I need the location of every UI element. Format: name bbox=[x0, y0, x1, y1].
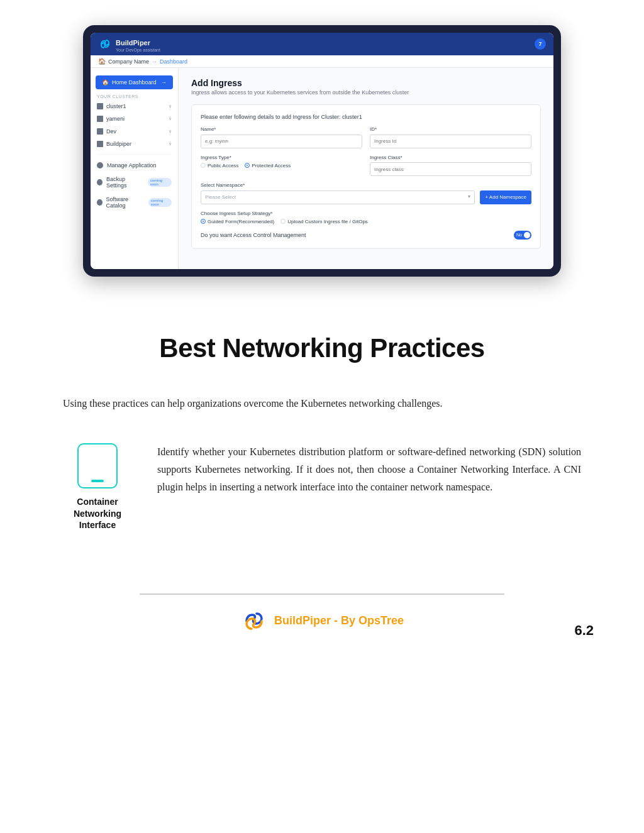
radio-protected-dot bbox=[245, 163, 250, 168]
app-logo: BuildPiper Your DevOps assistant bbox=[98, 36, 160, 52]
form-info-text: Please enter following details to add In… bbox=[201, 114, 531, 120]
manage-app-icon bbox=[97, 162, 103, 168]
page-subtitle: Ingress allows access to your Kubernetes… bbox=[191, 89, 541, 96]
page-number: 6.2 bbox=[574, 622, 594, 639]
radio-guided[interactable]: Guided Form(Recommended) bbox=[201, 219, 274, 224]
id-input[interactable] bbox=[370, 135, 531, 148]
feature-paragraph: Identify whether your Kubernetes distrib… bbox=[157, 443, 581, 496]
form-panel: Please enter following details to add In… bbox=[191, 104, 541, 249]
name-field-group: Name* bbox=[201, 126, 362, 148]
footer-logo-icon bbox=[240, 607, 268, 635]
content-section: Best Networking Practices Using these pr… bbox=[0, 308, 644, 575]
backup-label: Backup Settings bbox=[106, 176, 143, 189]
setup-strategy-radios: Guided Form(Recommended) Upload Custom I… bbox=[201, 219, 531, 224]
breadcrumb-company[interactable]: Company Name bbox=[108, 58, 149, 65]
namespace-label: Select Namespace* bbox=[201, 182, 475, 188]
footer-brand-suffix: - By OpsTree bbox=[331, 614, 404, 627]
feature-icon-column: ContainerNetworkingInterface bbox=[63, 443, 132, 531]
home-dashboard-button[interactable]: 🏠 Home Dashboard → bbox=[96, 75, 173, 89]
backup-icon bbox=[97, 179, 103, 185]
app-header: BuildPiper Your DevOps assistant 7 bbox=[91, 33, 553, 55]
sidebar-item-cluster1[interactable]: cluster1 ∨ bbox=[91, 100, 178, 113]
sidebar-item-dev[interactable]: Dev ∨ bbox=[91, 125, 178, 138]
namespace-row: Select Namespace* Please Select ▼ + Add … bbox=[201, 182, 531, 204]
breadcrumb-dashboard[interactable]: Dashboard bbox=[160, 58, 187, 65]
radio-protected[interactable]: Protected Access bbox=[245, 163, 291, 168]
sidebar: 🏠 Home Dashboard → Your Clusters cluster… bbox=[91, 68, 179, 269]
radio-custom[interactable]: Upload Custom Ingress file / GitOps bbox=[280, 219, 368, 224]
feature-text-column: Identify whether your Kubernetes distrib… bbox=[157, 443, 581, 496]
ingress-type-label: Ingress Type* bbox=[201, 155, 362, 160]
home-breadcrumb-icon: 🏠 bbox=[98, 58, 106, 65]
sidebar-backup-settings[interactable]: Backup Settings coming soon bbox=[91, 172, 178, 192]
main-heading: Best Networking Practices bbox=[63, 333, 581, 363]
feature-row: ContainerNetworkingInterface Identify wh… bbox=[63, 443, 581, 531]
buildpiper-cluster-label: Buildpiper bbox=[106, 141, 131, 147]
buildpiper-chevron: ∨ bbox=[169, 141, 172, 146]
footer: BuildPiper - By OpsTree 6.2 bbox=[0, 575, 644, 651]
screenshot-section: BuildPiper Your DevOps assistant 7 🏠 Com… bbox=[0, 0, 644, 308]
footer-divider bbox=[140, 593, 504, 595]
catalog-badge: coming soon bbox=[148, 198, 172, 207]
sidebar-manage-app[interactable]: Manage Application bbox=[91, 158, 178, 172]
sidebar-item-yameni[interactable]: yameni ∨ bbox=[91, 113, 178, 125]
dev-icon bbox=[97, 128, 103, 135]
toggle-knob bbox=[524, 232, 530, 238]
logo-brand: BuildPiper bbox=[116, 39, 150, 47]
name-id-row: Name* ID* bbox=[201, 126, 531, 148]
radio-public[interactable]: Public Access bbox=[201, 163, 238, 168]
id-label: ID* bbox=[370, 126, 531, 132]
buildpiper-logo-icon bbox=[98, 37, 112, 51]
dev-chevron: ∨ bbox=[169, 129, 172, 134]
home-icon: 🏠 bbox=[102, 79, 109, 86]
footer-logo-row: BuildPiper - By OpsTree bbox=[240, 607, 404, 635]
cluster1-chevron: ∨ bbox=[169, 104, 172, 109]
sidebar-software-catalog[interactable]: Software Catalog coming soon bbox=[91, 192, 178, 212]
radio-custom-dot bbox=[280, 219, 286, 224]
type-class-row: Ingress Type* Public Access Protected Ac… bbox=[201, 155, 531, 177]
toggle-no-label: No bbox=[516, 233, 522, 237]
sidebar-item-buildpiper[interactable]: Buildpiper ∨ bbox=[91, 138, 178, 150]
cluster1-icon bbox=[97, 103, 103, 109]
page-title: Add Ingress bbox=[191, 78, 541, 88]
logo-text: BuildPiper Your DevOps assistant bbox=[116, 36, 160, 52]
catalog-icon bbox=[97, 199, 103, 206]
radio-guided-dot bbox=[201, 219, 206, 224]
access-control-row: Do you want Access Control Management No bbox=[201, 231, 531, 240]
breadcrumb-arrow: → bbox=[152, 58, 157, 65]
ingress-type-radios: Public Access Protected Access bbox=[201, 163, 362, 168]
buildpiper-icon bbox=[97, 141, 103, 147]
footer-brand-name: BuildPiper - By OpsTree bbox=[274, 614, 404, 627]
setup-strategy-group: Choose Ingress Setup Strategy* Guided Fo… bbox=[201, 211, 531, 224]
ingress-class-input[interactable] bbox=[370, 162, 531, 176]
manage-app-label: Manage Application bbox=[107, 162, 157, 168]
intro-paragraph: Using these practices can help organizat… bbox=[63, 395, 581, 412]
header-badge[interactable]: 7 bbox=[535, 38, 546, 50]
id-field-group: ID* bbox=[370, 126, 531, 148]
dev-label: Dev bbox=[106, 128, 116, 135]
access-control-label: Do you want Access Control Management bbox=[201, 232, 306, 238]
namespace-group: Select Namespace* Please Select ▼ bbox=[201, 182, 475, 204]
add-namespace-button[interactable]: + Add Namespace bbox=[480, 190, 531, 204]
page-title-area: Add Ingress Ingress allows access to you… bbox=[191, 78, 541, 96]
app-body: 🏠 Home Dashboard → Your Clusters cluster… bbox=[91, 68, 553, 269]
name-label: Name* bbox=[201, 126, 362, 132]
access-control-toggle[interactable]: No bbox=[514, 231, 531, 240]
ingress-class-label: Ingress Class* bbox=[370, 155, 531, 160]
screenshot-card: BuildPiper Your DevOps assistant 7 🏠 Com… bbox=[83, 25, 561, 277]
breadcrumb: 🏠 Company Name → Dashboard bbox=[91, 55, 553, 68]
yameni-label: yameni bbox=[106, 116, 125, 122]
feature-icon-label: ContainerNetworkingInterface bbox=[74, 496, 121, 531]
main-content-area: Add Ingress Ingress allows access to you… bbox=[179, 68, 553, 269]
radio-public-dot bbox=[201, 163, 206, 168]
home-dashboard-label: Home Dashboard bbox=[112, 79, 158, 86]
cluster1-label: cluster1 bbox=[106, 103, 126, 109]
sidebar-divider bbox=[97, 154, 172, 155]
name-input[interactable] bbox=[201, 135, 362, 148]
backup-badge: coming soon bbox=[148, 178, 172, 187]
catalog-label: Software Catalog bbox=[106, 196, 143, 209]
namespace-select[interactable]: Please Select bbox=[201, 190, 475, 204]
setup-strategy-label: Choose Ingress Setup Strategy* bbox=[201, 211, 531, 216]
home-arrow-icon: → bbox=[161, 79, 167, 86]
clusters-section-label: Your Clusters bbox=[91, 92, 178, 100]
